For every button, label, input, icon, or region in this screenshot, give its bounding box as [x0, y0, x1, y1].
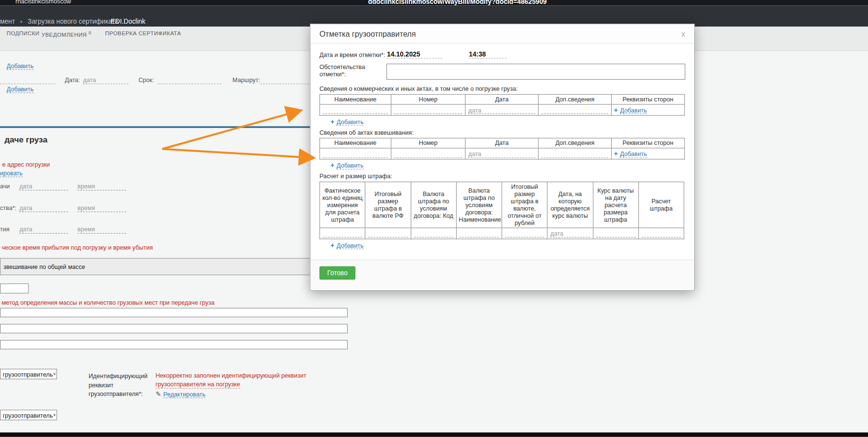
weighing-number-input[interactable] — [394, 150, 462, 157]
cargo-transfer-heading: даче груза — [4, 135, 47, 144]
weighing-date-input[interactable]: дата — [468, 150, 535, 157]
edit-requisite-link-label: Редактировать — [163, 391, 205, 398]
column-header: Расчет штрафа — [638, 182, 684, 228]
penalty-units-input[interactable] — [323, 229, 363, 237]
small-input[interactable] — [0, 283, 29, 294]
penalty-rate-date-input[interactable]: дата — [550, 229, 590, 237]
row1-time-input[interactable]: время — [78, 182, 126, 190]
done-button[interactable]: Готово — [320, 267, 356, 280]
add-link-label: Добавить — [620, 150, 647, 157]
table-row: дата +Добавить — [320, 104, 685, 115]
table-row: дата +Добавить — [320, 148, 685, 159]
chevron-down-icon: ∨ — [53, 412, 56, 417]
row3-date-input[interactable]: дата — [19, 226, 68, 234]
column-header: Итоговый размер штрафа в валюте, отлично… — [502, 182, 547, 228]
weighing-extra-input[interactable] — [541, 150, 608, 157]
penalty-total-rub-input[interactable] — [368, 229, 408, 237]
consignor-select-2[interactable]: грузоотправитель ∨ — [0, 410, 57, 421]
row3-time-input[interactable]: время — [78, 226, 126, 234]
dialog-titlebar: Отметка грузоотправителя x — [310, 24, 694, 43]
column-header: Наименование — [320, 95, 391, 105]
circumstances-input[interactable] — [386, 64, 685, 80]
close-icon[interactable]: x — [680, 29, 686, 38]
bottom-bar — [0, 433, 868, 437]
column-header: Итоговый размер штрафа в валюте РФ — [365, 182, 411, 228]
consignor-select-2-value: грузоотправитель — [3, 412, 53, 419]
table-header-row: Наименование Номер Дата Доп.сведения Рек… — [320, 138, 685, 148]
add-link-top-label: Добавить — [7, 63, 34, 70]
column-header: Фактическое кол-во единиц измерения для … — [320, 182, 365, 228]
text-input-2[interactable] — [0, 324, 348, 333]
commercial-acts-caption: Сведения о коммерческих и иных актах, в … — [320, 85, 686, 92]
term-label: Срок: — [139, 76, 154, 83]
plus-icon: + — [614, 106, 618, 114]
route-input[interactable] — [260, 76, 309, 84]
add-link-bottom[interactable]: Добавить — [7, 86, 34, 93]
mark-datetime-row: Дата и время отметки*: 14.10.2025 14:38 — [320, 50, 686, 58]
ident-error-line1: Некорректно заполнен идентифицирующий ре… — [155, 372, 306, 379]
mark-time-input[interactable]: 14:38 — [469, 50, 506, 58]
row2-label: ства*: — [0, 204, 16, 211]
add-link-bottom-label: Добавить — [7, 86, 34, 93]
ident-label-line1: Идентифицирующий — [88, 371, 147, 380]
mark-date-input[interactable]: 14.10.2025 — [387, 50, 443, 58]
add-link-top[interactable]: Добавить — [7, 63, 34, 70]
text-input-1[interactable] — [0, 308, 348, 317]
act-name-input[interactable] — [323, 106, 388, 114]
term-input[interactable] — [158, 76, 222, 84]
row2-time-input[interactable]: время — [78, 204, 126, 212]
edit-address-link[interactable]: ировать — [0, 170, 23, 177]
nav-item-document[interactable]: мент — [0, 18, 15, 26]
add-weighing-act-link[interactable]: +Добавить — [331, 162, 686, 169]
menu-item-cert-check[interactable]: ПРОВЕРКА СЕРТИФИКАТА — [105, 30, 181, 37]
menu-item-subscriptions[interactable]: ПОДПИСКИ — [7, 30, 40, 37]
column-header: Номер — [391, 138, 465, 148]
penalty-currency-code-input[interactable] — [414, 229, 453, 237]
column-header: Доп.сведения — [538, 95, 611, 105]
act-add-parties-link[interactable]: +Добавить — [614, 107, 647, 113]
penalty-total-foreign-input[interactable] — [505, 229, 545, 237]
penalty-calc-input[interactable] — [642, 229, 681, 237]
column-header: Валюта штрафа по условиям договора: Наим… — [456, 182, 502, 228]
window-title: ddoclinkcisiinkmoscow/WayBill/Modify?doc… — [368, 0, 547, 5]
add-commercial-act-link[interactable]: +Добавить — [331, 118, 686, 126]
date-input[interactable]: дата — [83, 76, 128, 84]
weighing-section-bar[interactable]: звешивание по общей массе — [0, 258, 349, 275]
commercial-acts-table: Наименование Номер Дата Доп.сведения Рек… — [320, 94, 685, 116]
row2-date-input[interactable]: дата — [19, 204, 68, 212]
act-extra-input[interactable] — [541, 106, 608, 114]
column-header: Реквизиты сторон — [612, 138, 685, 148]
mass-method-error-text: метод определения массы и количество гру… — [1, 299, 214, 306]
weighing-section-label: звешивание по общей массе — [3, 263, 85, 270]
act-date-input[interactable]: дата — [468, 106, 535, 114]
text-input-3[interactable] — [0, 340, 348, 349]
circumstances-row: Обстоятельства отметки*: — [320, 64, 686, 80]
cut-input[interactable] — [0, 76, 56, 84]
act-number-input[interactable] — [394, 106, 462, 114]
plus-icon: + — [331, 118, 335, 126]
weighing-name-input[interactable] — [323, 150, 388, 157]
dialog-body: Дата и время отметки*: 14.10.2025 14:38 … — [310, 44, 694, 260]
nav-item-upload-certificate[interactable]: Загрузка нового сертификата — [28, 18, 118, 26]
column-header: Реквизиты сторон — [612, 95, 685, 105]
table-header-row: Наименование Номер Дата Доп.сведения Рек… — [320, 95, 685, 105]
edit-requisite-row[interactable]: ✎Редактировать — [155, 390, 205, 398]
nav-item-edi-doclink[interactable]: EDI.Doclink — [111, 18, 145, 26]
column-header: Дата — [465, 95, 538, 105]
penalty-currency-name-input[interactable] — [459, 229, 499, 237]
add-penalty-link[interactable]: +Добавить — [331, 241, 686, 249]
date-label: Дата: — [65, 76, 80, 83]
add-link-label: Добавить — [620, 107, 647, 114]
menu-item-notifications[interactable]: УВЕДОМЛЕНИЯ 0 — [42, 30, 91, 38]
penalty-rate-input[interactable] — [596, 229, 635, 237]
row3-label: тия — [0, 226, 10, 233]
row1-date-input[interactable]: дата — [19, 182, 68, 190]
ident-error-line2: грузоотправителя на погрузке — [155, 381, 240, 389]
weighing-add-parties-link[interactable]: +Добавить — [614, 150, 647, 157]
column-header: Курс валюты на дату расчета размера штра… — [593, 182, 638, 228]
consignor-select[interactable]: грузоотправитель ∨ — [0, 369, 57, 380]
plus-icon: + — [331, 162, 335, 169]
row1-label: ачи — [0, 183, 10, 189]
column-header: Валюта штрафа по условиям договора: Код — [411, 182, 456, 228]
add-link-label: Добавить — [336, 118, 364, 126]
